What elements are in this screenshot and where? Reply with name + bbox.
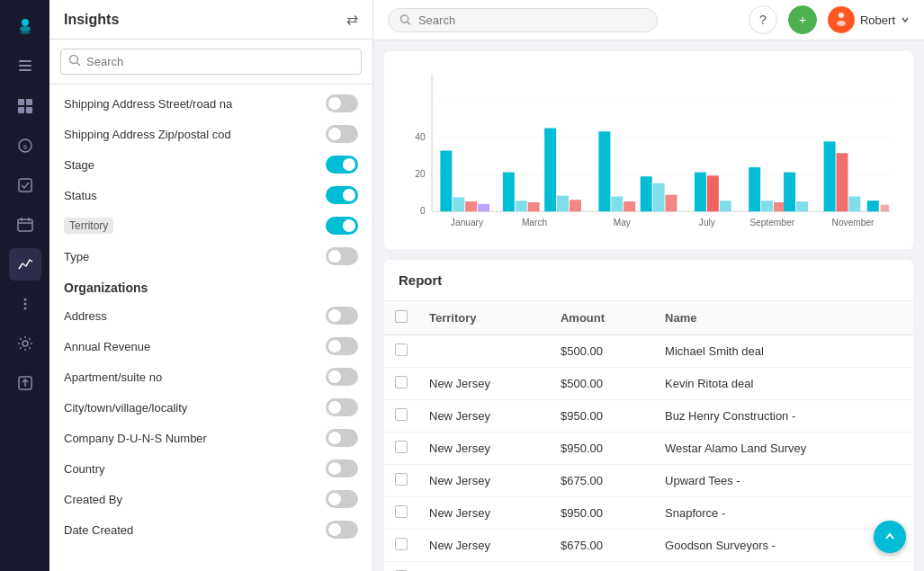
svg-rect-44 (528, 202, 540, 211)
row-checkbox-cell[interactable] (384, 465, 418, 497)
field-label: Apartment/suite no (64, 370, 162, 384)
toggle-city[interactable] (326, 398, 358, 416)
more-nav-icon[interactable] (9, 288, 41, 320)
currency-nav-icon[interactable]: $ (9, 129, 41, 162)
tasks-nav-icon[interactable] (9, 169, 41, 201)
topbar-right: ? + Robert (749, 5, 910, 34)
svg-rect-5 (19, 69, 31, 71)
svg-rect-60 (784, 173, 795, 212)
row-checkbox[interactable] (395, 505, 408, 518)
toggle-apartment[interactable] (326, 368, 358, 386)
toggle-date-created[interactable] (326, 521, 358, 539)
topbar-search-icon (399, 13, 411, 26)
row-checkbox[interactable] (395, 343, 408, 356)
row-checkbox-cell[interactable] (384, 530, 418, 562)
add-button[interactable]: + (788, 5, 817, 34)
field-label: Shipping Address Zip/postal cod (64, 128, 231, 141)
insights-search-input[interactable] (86, 55, 354, 68)
field-label: Created By (64, 493, 122, 506)
svg-rect-4 (19, 65, 31, 67)
svg-point-25 (400, 15, 408, 22)
field-label: Address (64, 309, 107, 323)
cell-name: Buz Henry Construction - (654, 400, 913, 433)
toggle-country[interactable] (326, 459, 358, 477)
toggle-territory[interactable] (326, 217, 358, 235)
topbar-search-input[interactable] (418, 13, 646, 27)
insights-nav-icon[interactable] (9, 248, 41, 281)
import-nav-icon[interactable] (9, 367, 41, 399)
list-item: City/town/village/locality (49, 392, 372, 423)
row-checkbox[interactable] (395, 376, 408, 388)
content-scroll[interactable]: 0 20 40 (373, 40, 924, 571)
table-row: New Jersey $950.00 Snapforce - (384, 497, 913, 530)
help-button[interactable]: ? (749, 5, 777, 34)
svg-rect-43 (516, 201, 527, 211)
svg-line-24 (77, 63, 81, 67)
row-checkbox-cell[interactable] (384, 368, 418, 400)
toggle-annual-revenue[interactable] (326, 337, 358, 355)
toggle-shipping-street[interactable] (326, 94, 358, 112)
table-row: New Jersey $950.00 Buz Henry Constructio… (384, 400, 913, 433)
row-checkbox-cell[interactable] (384, 400, 418, 433)
table-row: New Jersey $950.00 Westar Alamo Land Sur… (384, 433, 913, 465)
cell-amount: $950.00 (550, 433, 654, 465)
svg-text:July: July (699, 218, 716, 228)
scroll-to-top-button[interactable] (874, 521, 906, 553)
svg-rect-66 (881, 205, 889, 211)
list-item: Status (49, 180, 372, 210)
svg-rect-54 (695, 173, 706, 212)
row-checkbox[interactable] (395, 408, 408, 421)
section-organizations: Organizations (49, 272, 372, 300)
row-checkbox-cell[interactable] (384, 335, 418, 368)
svg-point-17 (23, 299, 26, 301)
report-header: Report (384, 260, 913, 301)
svg-rect-45 (544, 128, 556, 211)
col-territory: Territory (418, 301, 550, 335)
settings-nav-icon[interactable] (9, 327, 41, 360)
list-item: Country (49, 453, 372, 484)
toggle-created-by[interactable] (326, 490, 358, 508)
toggle-status[interactable] (326, 186, 358, 204)
topbar: ? + Robert (373, 0, 924, 40)
topbar-search-box (388, 8, 658, 32)
svg-rect-61 (796, 201, 808, 211)
toggle-type[interactable] (326, 247, 358, 265)
cell-name: Michael Smith deal (654, 335, 913, 368)
list-item-date-created: Date Created (49, 514, 372, 545)
list-item: Shipping Address Zip/postal cod (49, 119, 372, 149)
svg-text:September: September (749, 218, 794, 228)
toggle-duns[interactable] (326, 429, 358, 447)
dashboard-nav-icon[interactable] (9, 90, 41, 122)
toggle-address[interactable] (326, 307, 358, 325)
toggle-shipping-zip[interactable] (326, 125, 358, 143)
row-checkbox-cell[interactable] (384, 497, 418, 530)
row-checkbox[interactable] (395, 441, 408, 453)
svg-text:January: January (451, 218, 484, 228)
insights-panel: Insights ⇄ Shipping Address Street/road … (49, 0, 373, 571)
row-checkbox-cell[interactable] (384, 562, 418, 571)
select-all-checkbox[interactable] (395, 310, 408, 323)
row-checkbox[interactable] (395, 473, 408, 486)
list-item-territory: Territory (49, 210, 372, 241)
select-all-header[interactable] (384, 301, 418, 335)
filter-icon[interactable]: ⇄ (346, 11, 358, 28)
svg-rect-50 (623, 201, 635, 211)
row-checkbox[interactable] (395, 538, 408, 550)
svg-line-26 (408, 22, 410, 24)
field-label: Country (64, 462, 105, 476)
help-icon: ? (759, 13, 767, 27)
report-container: Report Territory Amount Name $50 (384, 260, 913, 571)
toggle-stage[interactable] (326, 156, 358, 174)
user-name: Robert (860, 13, 895, 27)
calendar-nav-icon[interactable] (9, 209, 41, 241)
contacts-nav-icon[interactable] (9, 50, 41, 83)
chart-container: 0 20 40 (384, 51, 913, 249)
user-badge[interactable]: Robert (828, 6, 910, 33)
field-label-date-created: Date Created (64, 523, 133, 537)
row-checkbox-cell[interactable] (384, 433, 418, 465)
list-item: Stage (49, 149, 372, 180)
logo-icon[interactable] (9, 11, 41, 43)
table-row: $500.00 Michael Smith deal (384, 335, 913, 368)
svg-point-19 (23, 308, 26, 310)
svg-rect-12 (19, 179, 31, 192)
